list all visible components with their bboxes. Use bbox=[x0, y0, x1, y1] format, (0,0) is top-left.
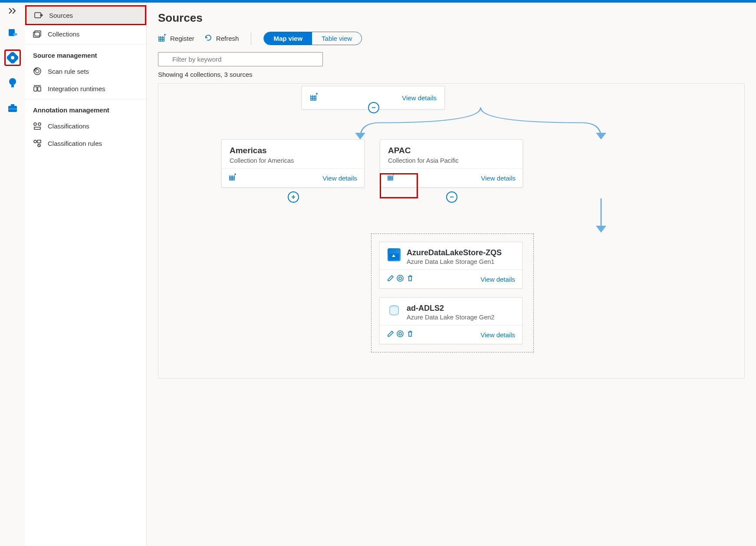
view-details-link[interactable]: View details bbox=[481, 174, 516, 182]
adls-gen2-icon bbox=[388, 304, 401, 317]
classifications-icon bbox=[33, 122, 42, 130]
svg-rect-7 bbox=[11, 104, 14, 106]
delete-icon[interactable] bbox=[406, 332, 414, 339]
expand-nav-button[interactable] bbox=[9, 8, 16, 16]
collection-subtitle: Collection for Asia Pacific bbox=[388, 157, 515, 164]
filter-input[interactable] bbox=[158, 52, 323, 66]
expand-americas-button[interactable]: + bbox=[288, 191, 299, 203]
view-details-link[interactable]: View details bbox=[322, 174, 357, 182]
rail-insights[interactable] bbox=[4, 75, 21, 91]
source-subtitle: Azure Data Lake Storage Gen2 bbox=[407, 314, 494, 321]
svg-point-1 bbox=[13, 33, 17, 36]
svg-point-26 bbox=[399, 332, 401, 335]
svg-rect-18 bbox=[34, 127, 40, 129]
edit-icon[interactable] bbox=[387, 276, 394, 283]
view-toggle: Map view Table view bbox=[263, 32, 362, 45]
svg-rect-20 bbox=[37, 140, 41, 143]
svg-rect-9 bbox=[35, 13, 41, 18]
classification-rules-icon bbox=[33, 139, 42, 148]
table-view-button[interactable]: Table view bbox=[312, 32, 362, 45]
sidebar-item-integration-runtimes[interactable]: Integration runtimes bbox=[25, 80, 146, 97]
collection-title: APAC bbox=[388, 146, 515, 155]
refresh-button[interactable]: Refresh bbox=[204, 33, 239, 43]
view-details-link[interactable]: View details bbox=[480, 331, 515, 339]
scan-rules-icon bbox=[33, 67, 42, 76]
status-line: Showing 4 collections, 3 sources bbox=[158, 71, 745, 78]
register-button[interactable]: Register bbox=[158, 33, 194, 43]
scan-icon[interactable] bbox=[396, 276, 404, 283]
svg-point-17 bbox=[38, 123, 41, 125]
toolbox-icon bbox=[7, 103, 18, 113]
svg-point-22 bbox=[397, 275, 403, 281]
rail-data-map[interactable] bbox=[4, 49, 21, 66]
svg-rect-14 bbox=[34, 87, 37, 91]
add-source-icon[interactable] bbox=[310, 92, 319, 103]
sidebar-item-classifications[interactable]: Classifications bbox=[25, 117, 146, 135]
rail-management[interactable] bbox=[4, 100, 21, 116]
rail-data-catalog[interactable] bbox=[4, 24, 21, 41]
scan-icon[interactable] bbox=[396, 332, 404, 339]
edit-icon[interactable] bbox=[387, 332, 394, 339]
svg-point-16 bbox=[34, 123, 36, 125]
toolbar: Register Refresh Map view Table view bbox=[158, 32, 745, 45]
map-view-button[interactable]: Map view bbox=[264, 32, 312, 45]
delete-icon[interactable] bbox=[406, 276, 414, 283]
add-source-icon[interactable] bbox=[229, 173, 237, 183]
sidebar-heading-source-mgmt: Source management bbox=[25, 44, 146, 62]
collapse-root-button[interactable]: − bbox=[368, 102, 379, 113]
page-title: Sources bbox=[158, 11, 745, 25]
adls-gen1-icon bbox=[388, 248, 401, 261]
sidebar-item-scan-rule-sets[interactable]: Scan rule sets bbox=[25, 62, 146, 80]
lightbulb-icon bbox=[8, 77, 17, 89]
collection-card-americas[interactable]: Americas Collection for Americas View de… bbox=[221, 139, 365, 187]
sidebar-item-label: Collections bbox=[48, 30, 79, 38]
source-card[interactable]: ad-ADLS2 Azure Data Lake Storage Gen2 Vi… bbox=[379, 297, 523, 344]
svg-rect-5 bbox=[11, 85, 14, 87]
collection-title: Americas bbox=[230, 146, 356, 155]
source-subtitle: Azure Data Lake Storage Gen1 bbox=[407, 258, 502, 265]
view-details-link[interactable]: View details bbox=[402, 94, 437, 102]
database-icon bbox=[7, 27, 18, 38]
view-details-link[interactable]: View details bbox=[480, 276, 515, 283]
map-canvas[interactable]: View details − Americas Collection for A… bbox=[158, 83, 745, 378]
svg-rect-15 bbox=[38, 87, 41, 91]
source-title: ad-ADLS2 bbox=[407, 304, 494, 313]
data-map-icon bbox=[7, 52, 18, 63]
collection-subtitle: Collection for Americas bbox=[230, 157, 356, 164]
register-label: Register bbox=[170, 35, 194, 42]
nav-rail bbox=[0, 3, 25, 546]
source-card[interactable]: AzureDataLakeStore-ZQS Azure Data Lake S… bbox=[379, 242, 523, 289]
svg-rect-8 bbox=[8, 109, 17, 109]
svg-point-25 bbox=[397, 331, 403, 337]
source-title: AzureDataLakeStore-ZQS bbox=[407, 248, 502, 257]
sidebar-item-label: Classifications bbox=[48, 122, 89, 130]
svg-point-19 bbox=[34, 140, 36, 143]
collections-icon bbox=[33, 30, 42, 38]
filter-wrap bbox=[158, 52, 323, 66]
sidebar-heading-annotation-mgmt: Annotation management bbox=[25, 99, 146, 117]
highlight-box-apac-action bbox=[380, 173, 418, 198]
sidebar-item-label: Sources bbox=[49, 12, 73, 19]
svg-point-13 bbox=[36, 69, 39, 73]
svg-point-23 bbox=[399, 277, 401, 280]
sidebar: Sources Collections Source management Sc… bbox=[25, 3, 147, 546]
chevron-double-right-icon bbox=[9, 8, 16, 14]
sidebar-item-label: Integration runtimes bbox=[48, 85, 105, 92]
collapse-apac-button[interactable]: − bbox=[446, 191, 457, 203]
sidebar-item-label: Scan rule sets bbox=[48, 68, 89, 75]
svg-rect-10 bbox=[33, 32, 39, 37]
sidebar-item-label: Classification rules bbox=[48, 140, 102, 147]
sources-group-apac: AzureDataLakeStore-ZQS Azure Data Lake S… bbox=[371, 234, 534, 352]
toolbar-divider bbox=[251, 33, 251, 45]
svg-point-3 bbox=[11, 56, 14, 59]
sidebar-item-sources[interactable]: Sources bbox=[25, 5, 146, 25]
refresh-label: Refresh bbox=[216, 35, 239, 42]
svg-point-4 bbox=[9, 78, 16, 85]
sources-icon bbox=[34, 11, 43, 20]
main-content: Sources Register Refresh Map view Table … bbox=[147, 3, 756, 546]
sidebar-item-collections[interactable]: Collections bbox=[25, 25, 146, 43]
sidebar-item-classification-rules[interactable]: Classification rules bbox=[25, 135, 146, 152]
refresh-icon bbox=[204, 33, 213, 43]
register-icon bbox=[158, 33, 167, 43]
integration-icon bbox=[33, 84, 42, 93]
